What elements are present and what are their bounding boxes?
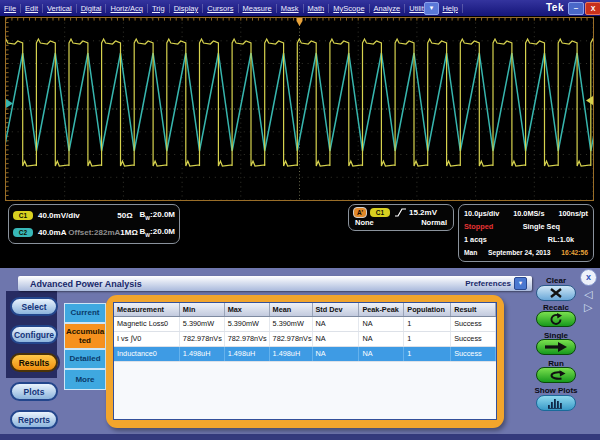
table-cell: 1.498uH xyxy=(225,347,270,361)
graticule xyxy=(5,17,594,201)
acq-status: Stopped xyxy=(464,222,493,231)
column-header[interactable]: Population xyxy=(404,303,451,316)
seq-mode: Single Seq xyxy=(523,222,560,231)
trigger-level-marker xyxy=(586,96,593,105)
menu-item-horizacq[interactable]: Horiz/Acq xyxy=(106,4,148,13)
table-cell: 782.978nVs xyxy=(225,332,270,346)
column-header[interactable]: Std Dev xyxy=(313,303,360,316)
tab-detailed[interactable]: Detailed xyxy=(64,349,106,369)
table-cell: Success xyxy=(451,347,496,361)
table-cell: NA xyxy=(359,317,404,331)
menu-item-myscope[interactable]: MyScope xyxy=(329,4,369,13)
trigger-readout-box[interactable]: A' C1 15.2mV None Normal xyxy=(348,204,454,231)
results-button[interactable]: Results xyxy=(10,353,58,372)
menu-item-digital[interactable]: Digital xyxy=(77,4,107,13)
table-cell: NA xyxy=(313,347,360,361)
sample-rate: 10.0MS/s xyxy=(513,209,544,218)
ch1-bandwidth: BW:20.0M xyxy=(140,210,175,221)
select-button[interactable]: Select xyxy=(10,297,58,316)
table-row[interactable]: I vs ∫V0782.978nVs782.978nVs782.978nVsNA… xyxy=(114,332,496,347)
column-header[interactable]: Result xyxy=(451,303,496,316)
table-cell: Success xyxy=(451,332,496,346)
trigger-position-marker xyxy=(297,18,303,26)
ch2-offset: Offset:282mA xyxy=(68,228,120,237)
table-cell: 1.498uH xyxy=(270,347,313,361)
minimize-button[interactable]: – xyxy=(568,2,584,15)
trigger-holdoff: None xyxy=(355,218,374,227)
menu-item-math[interactable]: Math xyxy=(304,4,330,13)
column-header[interactable]: Min xyxy=(180,303,225,316)
trigger-a-badge: A' xyxy=(353,207,367,218)
column-header[interactable]: Measurement xyxy=(114,303,180,316)
recalc-button[interactable] xyxy=(536,311,576,327)
ch2-readout[interactable]: C2 40.0mA Offset:282mA 1MΩ BW:20.0M xyxy=(13,224,175,241)
acq-count: 1 acqs xyxy=(464,235,487,244)
single-arrow-icon xyxy=(544,342,568,352)
menu-item-analyze[interactable]: Analyze xyxy=(370,4,406,13)
reports-button[interactable]: Reports xyxy=(10,410,58,429)
ch1-square-waveform xyxy=(6,39,593,166)
table-cell: NA xyxy=(359,332,404,346)
table-cell: I vs ∫V0 xyxy=(114,332,180,346)
preferences-dropdown-button[interactable]: ▼ xyxy=(514,277,527,290)
table-cell: 1 xyxy=(404,317,451,331)
menu-item-measure[interactable]: Measure xyxy=(239,4,277,13)
table-cell: 5.390mW xyxy=(225,317,270,331)
column-header[interactable]: Peak-Peak xyxy=(359,303,404,316)
panel-right-arrow[interactable]: ▷ xyxy=(584,301,592,313)
clear-button[interactable] xyxy=(536,285,576,301)
table-cell: NA xyxy=(313,317,360,331)
table-row[interactable]: Inductance01.498uH1.498uH1.498uHNANA1Suc… xyxy=(114,347,496,362)
ch1-impedance: 50Ω xyxy=(117,211,132,220)
frame-ticks xyxy=(6,18,587,196)
table-cell: 5.390mW xyxy=(180,317,225,331)
trigger-slope-icon xyxy=(395,208,406,217)
menu-item-display[interactable]: Display xyxy=(170,4,204,13)
table-cell: 5.390mW xyxy=(270,317,313,331)
close-button[interactable]: X xyxy=(585,2,600,15)
menu-item-help[interactable]: Help xyxy=(438,4,462,13)
tab-current[interactable]: Current xyxy=(64,303,106,323)
menu-item-cursors[interactable]: Cursors xyxy=(203,4,238,13)
table-cell: 782.978nVs xyxy=(180,332,225,346)
tab-more[interactable]: More xyxy=(64,369,106,390)
menu-items: FileEditVerticalDigitalHoriz/AcqTrigDisp… xyxy=(0,4,463,13)
show-plots-button[interactable] xyxy=(536,395,576,411)
trigger-source-badge: C1 xyxy=(370,208,390,217)
tab-accumulated[interactable]: Accumulated xyxy=(64,323,106,349)
table-row[interactable]: Magnetic Loss05.390mW5.390mW5.390mWNANA1… xyxy=(114,317,496,332)
panel-left-arrow[interactable]: ◁ xyxy=(584,288,592,300)
horizontal-readout-box[interactable]: 10.0μs/div 10.0MS/s 100ns/pt Stopped Sin… xyxy=(458,204,594,262)
panel-title: Advanced Power Analysis xyxy=(18,279,465,289)
ch1-readout[interactable]: C1 40.0mV/div 50Ω BW:20.0M xyxy=(13,207,175,224)
clear-x-icon xyxy=(549,288,563,298)
resolution: 100ns/pt xyxy=(558,209,588,218)
menu-dropdown-button[interactable]: ▼ xyxy=(424,2,439,15)
menu-item-edit[interactable]: Edit xyxy=(21,4,43,13)
configure-button[interactable]: Configure xyxy=(10,325,58,344)
recalc-icon xyxy=(549,313,563,325)
trigger-level: 15.2mV xyxy=(409,208,437,217)
panel-footer xyxy=(0,434,600,440)
clear-label: Clear xyxy=(532,276,580,285)
preferences-label[interactable]: Preferences xyxy=(465,279,511,288)
run-button[interactable] xyxy=(536,367,576,383)
table-cell: NA xyxy=(359,347,404,361)
single-button[interactable] xyxy=(536,339,576,355)
menu-item-mask[interactable]: Mask xyxy=(277,4,304,13)
ch1-scale: 40.0mV/div xyxy=(38,211,80,220)
menu-item-file[interactable]: File xyxy=(0,4,21,13)
tek-logo: Tek xyxy=(546,2,564,13)
bar-chart-icon xyxy=(547,398,565,409)
ch2-impedance: 1MΩ xyxy=(120,228,138,237)
menu-item-trig[interactable]: Trig xyxy=(148,4,170,13)
time-text: 16:42:56 xyxy=(561,249,588,256)
plots-button[interactable]: Plots xyxy=(10,382,58,401)
column-header[interactable]: Mean xyxy=(270,303,313,316)
menu-item-vertical[interactable]: Vertical xyxy=(43,4,77,13)
ch1-badge: C1 xyxy=(13,211,33,220)
panel-close-button[interactable]: x xyxy=(580,269,597,286)
column-header[interactable]: Max xyxy=(225,303,270,316)
waveform-canvas xyxy=(6,18,593,200)
ch2-badge: C2 xyxy=(13,228,33,237)
